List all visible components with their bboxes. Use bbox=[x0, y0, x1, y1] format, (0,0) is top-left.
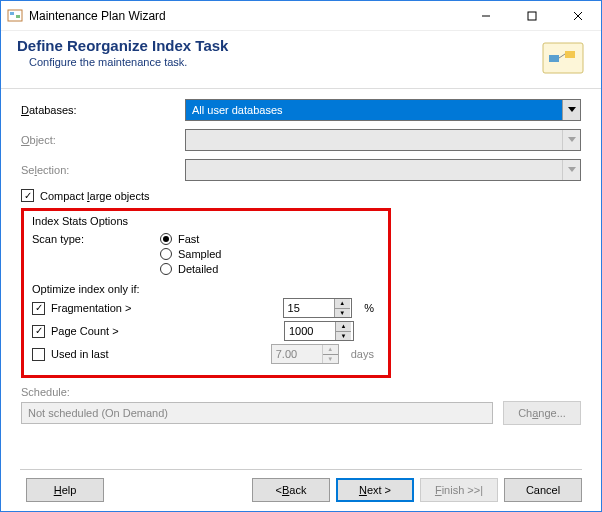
object-value bbox=[186, 130, 562, 150]
selection-label: Selection: bbox=[21, 164, 185, 176]
checkbox-icon bbox=[32, 302, 45, 315]
object-combobox bbox=[185, 129, 581, 151]
svg-marker-11 bbox=[568, 107, 576, 112]
wizard-icon bbox=[7, 8, 23, 24]
svg-marker-12 bbox=[568, 137, 576, 142]
fragmentation-input[interactable] bbox=[284, 299, 334, 317]
page-count-checkbox[interactable]: Page Count > bbox=[51, 325, 119, 337]
checkbox-icon bbox=[32, 325, 45, 338]
selection-value bbox=[186, 160, 562, 180]
index-stats-group: Index Stats Options Scan type: Fast Samp… bbox=[21, 208, 391, 378]
optimize-only-if-label: Optimize index only if: bbox=[32, 283, 374, 295]
titlebar: Maintenance Plan Wizard bbox=[1, 1, 601, 31]
svg-rect-1 bbox=[10, 12, 14, 15]
page-subtitle: Configure the maintenance task. bbox=[29, 56, 539, 68]
next-button[interactable]: Next > bbox=[336, 478, 414, 502]
chevron-down-icon bbox=[562, 130, 580, 150]
change-schedule-button: Change... bbox=[503, 401, 581, 425]
checkbox-icon bbox=[32, 348, 45, 361]
schedule-label: Schedule: bbox=[21, 386, 581, 398]
close-button[interactable] bbox=[555, 1, 601, 31]
selection-combobox bbox=[185, 159, 581, 181]
databases-combobox[interactable]: All user databases bbox=[185, 99, 581, 121]
fragmentation-spinner[interactable]: ▲▼ bbox=[283, 298, 353, 318]
used-in-last-checkbox[interactable]: Used in last bbox=[51, 348, 108, 360]
window-title: Maintenance Plan Wizard bbox=[29, 9, 463, 23]
minimize-button[interactable] bbox=[463, 1, 509, 31]
selection-row: Selection: bbox=[21, 159, 581, 181]
svg-rect-4 bbox=[528, 12, 536, 20]
scan-type-detailed-radio[interactable]: Detailed bbox=[160, 263, 218, 275]
used-in-last-unit: days bbox=[351, 348, 374, 360]
svg-rect-8 bbox=[549, 55, 559, 62]
radio-icon bbox=[160, 263, 172, 275]
schedule-section: Schedule: Not scheduled (On Demand) Chan… bbox=[21, 386, 581, 425]
compact-label: Compact large objects bbox=[40, 190, 149, 202]
wizard-graphic-icon bbox=[539, 37, 587, 79]
spinner-buttons[interactable]: ▲▼ bbox=[334, 299, 350, 317]
used-in-last-spinner: ▲▼ bbox=[271, 344, 339, 364]
help-button[interactable]: Help bbox=[26, 478, 104, 502]
finish-button: Finish >>| bbox=[420, 478, 498, 502]
used-in-last-input bbox=[272, 345, 322, 363]
compact-large-objects-checkbox[interactable]: Compact large objects bbox=[21, 189, 581, 202]
wizard-footer: Help < Back Next > Finish >>| Cancel bbox=[20, 469, 582, 502]
chevron-down-icon bbox=[562, 160, 580, 180]
scan-type-fast-radio[interactable]: Fast bbox=[160, 233, 199, 245]
schedule-value: Not scheduled (On Demand) bbox=[21, 402, 493, 424]
fragmentation-unit: % bbox=[364, 302, 374, 314]
scan-type-sampled-radio[interactable]: Sampled bbox=[160, 248, 221, 260]
svg-rect-2 bbox=[16, 15, 20, 18]
page-title: Define Reorganize Index Task bbox=[17, 37, 539, 54]
checkbox-icon bbox=[21, 189, 34, 202]
object-row: Object: bbox=[21, 129, 581, 151]
scan-type-label: Scan type: bbox=[32, 233, 150, 245]
cancel-button[interactable]: Cancel bbox=[504, 478, 582, 502]
chevron-down-icon[interactable] bbox=[562, 100, 580, 120]
databases-row: Databases: All user databases bbox=[21, 99, 581, 121]
radio-icon bbox=[160, 248, 172, 260]
spinner-buttons: ▲▼ bbox=[322, 345, 338, 363]
page-count-spinner[interactable]: ▲▼ bbox=[284, 321, 354, 341]
svg-rect-9 bbox=[565, 51, 575, 58]
wizard-header: Define Reorganize Index Task Configure t… bbox=[1, 31, 601, 89]
object-label: Object: bbox=[21, 134, 185, 146]
index-stats-label: Index Stats Options bbox=[32, 215, 374, 227]
back-button[interactable]: < Back bbox=[252, 478, 330, 502]
maximize-button[interactable] bbox=[509, 1, 555, 31]
page-count-input[interactable] bbox=[285, 322, 335, 340]
svg-marker-13 bbox=[568, 167, 576, 172]
radio-icon bbox=[160, 233, 172, 245]
fragmentation-checkbox[interactable]: Fragmentation > bbox=[51, 302, 131, 314]
spinner-buttons[interactable]: ▲▼ bbox=[335, 322, 351, 340]
databases-value: All user databases bbox=[186, 100, 562, 120]
databases-label: Databases: bbox=[21, 104, 185, 116]
